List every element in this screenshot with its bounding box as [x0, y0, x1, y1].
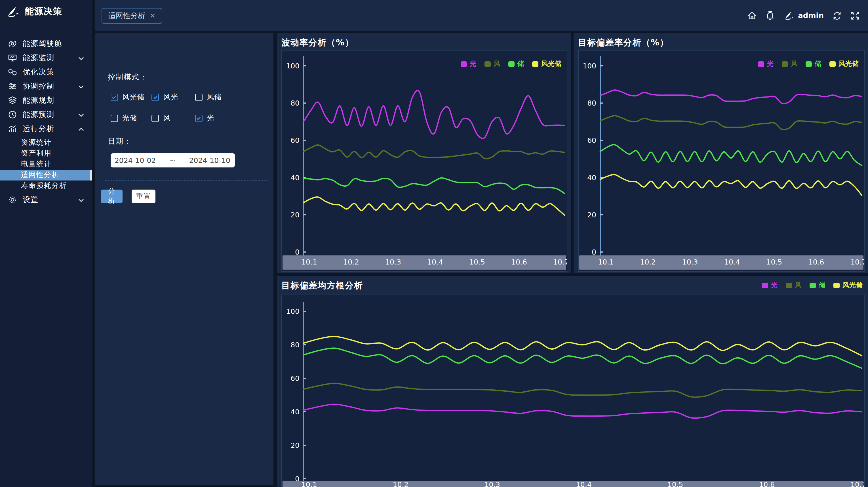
user-menu[interactable]: admin: [783, 11, 824, 21]
checkbox-box[interactable]: [110, 94, 118, 101]
target-deviation-chart-card: 目标偏差率分析（%） 02040608010010.110.210.310.41…: [574, 33, 868, 273]
legend-item-风[interactable]: 风: [485, 60, 500, 68]
sidebar-item-energy-monitoring[interactable]: 能源监测: [0, 51, 92, 65]
chevron-up-icon: [78, 124, 84, 133]
legend-item-风光储[interactable]: 风光储: [833, 281, 863, 290]
close-icon[interactable]: ✕: [150, 12, 155, 20]
checkbox-wind-storage[interactable]: 风储: [195, 93, 221, 102]
x-axis-label: 10.6: [759, 481, 775, 487]
date-range-input[interactable]: 2024-10-02 ~ 2024-10-10: [110, 153, 235, 168]
checkbox-box[interactable]: [110, 115, 118, 122]
y-axis-label: 40: [290, 408, 300, 416]
y-axis-label: 40: [290, 174, 300, 182]
sub-item-label: 适网性分析: [21, 170, 59, 180]
sidebar-item-label: 能源规划: [23, 95, 55, 105]
sidebar-item-optimization-decision[interactable]: 优化决策: [0, 65, 92, 79]
checkbox-solar[interactable]: 光: [195, 114, 214, 123]
checkbox-box[interactable]: [195, 115, 202, 122]
legend-item-储[interactable]: 储: [806, 60, 822, 68]
refresh-icon[interactable]: [832, 11, 842, 21]
legend-item-光[interactable]: 光: [762, 281, 778, 290]
x-axis-label: 10.4: [576, 481, 592, 487]
legend-swatch: [830, 61, 836, 67]
chevron-down-icon: [78, 82, 84, 90]
x-axis-label: 10.1: [301, 258, 317, 266]
sidebar-item-power-stats[interactable]: 电量统计: [0, 159, 92, 170]
volatility-chart-plot: 02040608010010.110.210.310.410.510.610.7…: [281, 50, 567, 272]
legend-item-储[interactable]: 储: [508, 60, 524, 68]
x-axis-label: 10.4: [724, 258, 740, 266]
legend-swatch: [758, 61, 764, 67]
sidebar-item-resource-stats[interactable]: 资源统计: [0, 138, 92, 148]
sidebar-item-grid-adaptability[interactable]: 适网性分析: [0, 170, 92, 181]
checkbox-box[interactable]: [152, 115, 159, 122]
sidebar-item-energy-planning[interactable]: 能源规划: [0, 93, 92, 107]
checkbox-wind-solar[interactable]: 风光: [152, 93, 178, 102]
chart-legend: 光风储风光储: [758, 60, 859, 68]
x-axis-label: 10.3: [484, 481, 500, 487]
sidebar-item-life-loss-analysis[interactable]: 寿命损耗分析: [0, 181, 92, 191]
datazoom-slider[interactable]: [282, 481, 864, 487]
sidebar: 能源决策 能源驾驶舱 能源监测: [0, 0, 92, 487]
sidebar-item-coordination-control[interactable]: 协调控制: [0, 79, 92, 93]
sub-item-label: 电量统计: [21, 159, 52, 169]
legend-item-光[interactable]: 光: [461, 60, 476, 68]
legend-swatch: [786, 282, 792, 288]
date-separator: ~: [160, 156, 185, 164]
x-axis-label: 10.2: [640, 258, 656, 266]
username: admin: [798, 11, 824, 20]
volatility-chart-card: 波动率分析（%） 02040608010010.110.210.310.410.…: [277, 33, 571, 273]
legend-swatch: [762, 282, 768, 288]
reset-button[interactable]: 重置: [132, 190, 155, 203]
sidebar-item-label: 能源预测: [23, 109, 55, 120]
checkbox-box[interactable]: [152, 94, 159, 101]
legend-item-风光储[interactable]: 风光储: [532, 60, 562, 68]
sidebar-item-energy-cockpit[interactable]: 能源驾驶舱: [0, 36, 92, 51]
sub-item-label: 资源统计: [21, 138, 52, 148]
monitor-icon: [8, 53, 17, 62]
date-start-value: 2024-10-02: [110, 156, 160, 164]
sidebar-nav: 能源驾驶舱 能源监测 优化决策: [0, 36, 92, 207]
legend-label: 储: [819, 281, 826, 290]
analyze-button[interactable]: 分析: [101, 190, 123, 203]
x-axis-label: 10.1: [598, 258, 614, 266]
legend-item-储[interactable]: 储: [810, 281, 826, 290]
home-icon[interactable]: [747, 11, 756, 21]
legend-label: 风: [494, 60, 500, 68]
app-logo: 能源决策: [0, 0, 92, 18]
sidebar-item-asset-utilization[interactable]: 资产利用: [0, 148, 92, 159]
sidebar-item-settings[interactable]: 设置: [0, 192, 92, 207]
checkbox-label: 风储: [207, 93, 221, 102]
legend-label: 风: [795, 281, 802, 290]
chevron-down-icon: [78, 110, 84, 119]
tab-grid-adaptability[interactable]: 适网性分析 ✕: [101, 8, 162, 24]
chart-title: 目标偏差均方根分析: [281, 280, 363, 291]
series-line-风: [600, 116, 862, 130]
sidebar-item-energy-forecast[interactable]: 能源预测: [0, 107, 92, 121]
legend-swatch: [461, 61, 467, 67]
legend-item-光[interactable]: 光: [758, 60, 774, 68]
legend-item-风光储[interactable]: 风光储: [830, 60, 859, 68]
bell-icon[interactable]: [765, 11, 775, 21]
legend-swatch: [532, 61, 538, 67]
brand-title: 能源决策: [25, 6, 62, 18]
app-root: 能源决策 能源驾驶舱 能源监测: [0, 0, 868, 487]
layers-icon: [8, 96, 17, 105]
checkbox-box[interactable]: [195, 94, 202, 101]
fullscreen-icon[interactable]: [850, 11, 860, 21]
topbar-actions: admin: [747, 0, 860, 31]
clock-icon: [8, 110, 17, 119]
y-axis-label: 20: [587, 211, 596, 219]
legend-item-风[interactable]: 风: [782, 60, 798, 68]
checkbox-wind[interactable]: 风: [152, 114, 171, 123]
x-axis-label: 10.5: [766, 258, 782, 266]
checkbox-label: 风: [163, 114, 171, 123]
legend-item-风[interactable]: 风: [786, 281, 802, 290]
series-line-风光储: [304, 197, 564, 215]
checkbox-solar-storage[interactable]: 光储: [110, 114, 137, 123]
checkbox-wind-solar-storage[interactable]: 风光储: [110, 93, 144, 102]
y-axis-label: 0: [295, 248, 300, 256]
x-axis-label: 10.3: [682, 258, 698, 266]
date-end-value: 2024-10-10: [185, 156, 235, 164]
sidebar-item-operation-analysis[interactable]: 运行分析: [0, 121, 92, 136]
